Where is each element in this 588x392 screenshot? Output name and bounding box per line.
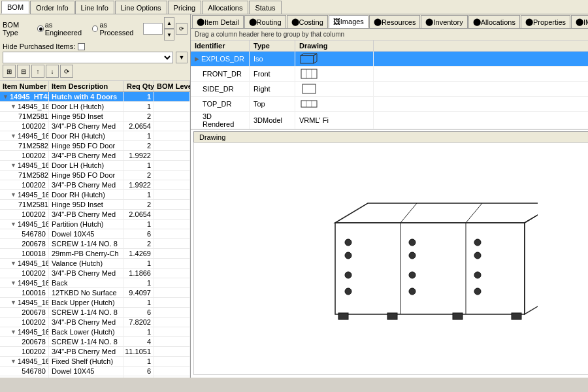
cell-lvl: [154, 210, 190, 219]
table-row[interactable]: 200678 SCREW 1-1/4 NO. 8 6: [0, 308, 190, 318]
expand-icon[interactable]: ▼: [10, 280, 16, 286]
table-row[interactable]: ▼ 14945_16392 Back 1: [0, 278, 190, 288]
images-table-header: Identifier Type Drawing: [191, 41, 588, 52]
combo-select[interactable]: [3, 52, 173, 63]
tab-allocations-r[interactable]: ⬤ Allocations: [468, 15, 520, 28]
tab-costing[interactable]: ⬤ Costing: [287, 15, 328, 28]
expand-icon[interactable]: ▼: [10, 103, 16, 110]
spinner-input[interactable]: 1: [143, 23, 163, 35]
expand-icon[interactable]: ▼: [10, 162, 16, 169]
table-row[interactable]: 100202 3/4"-PB Cherry Med 7.8202: [0, 318, 190, 327]
icon-inventory: ⬤: [425, 18, 433, 26]
cell-desc: 3/4"-PB Cherry Med: [49, 210, 124, 219]
img-table-row[interactable]: SIDE_DR Right: [191, 82, 588, 97]
cell-qty: 1: [124, 102, 154, 111]
svg-point-29: [474, 288, 481, 295]
combo-btn[interactable]: ▼: [176, 52, 188, 63]
table-row[interactable]: ▼ 14945_16388 Fixed Shelf (Hutch) 1: [0, 357, 190, 367]
tab-item-detail[interactable]: ⬤ Item Detail: [192, 15, 244, 28]
table-row[interactable]: 100202 3/4"-PB Cherry Med 6.1412: [0, 376, 190, 378]
cell-lvl: [154, 249, 190, 258]
table-row[interactable]: 546780 Dowel 10X45 6: [0, 367, 190, 376]
bom-rows: ▼ 14945_HT4815 Hutch with 4 Doors 1 ▼ 14…: [0, 92, 190, 378]
table-row[interactable]: 100202 3/4"-PB Cherry Med 1.9922: [0, 151, 190, 161]
cell-qty: 1: [124, 298, 154, 307]
bom-table[interactable]: Item Number Item Description Req Qty BOM…: [0, 81, 190, 378]
icon-images: 🖼: [333, 18, 340, 25]
hide-checkbox[interactable]: [78, 43, 85, 50]
radio-as-engineered[interactable]: as Engineered: [37, 21, 87, 37]
cell-qty: 1.9922: [124, 151, 154, 160]
table-row[interactable]: ▼ 14945_16402 Door LH (Hutch) 1: [0, 102, 190, 112]
radio-as-processed[interactable]: as Processed: [92, 21, 139, 37]
tab-line-info[interactable]: Line Info: [75, 1, 114, 14]
expand-icon[interactable]: ▼: [10, 133, 16, 139]
expand-icon[interactable]: ▼: [10, 191, 16, 198]
table-row[interactable]: 100202 3/4"-PB Cherry Med 1.9922: [0, 180, 190, 190]
spinner-up[interactable]: ▲: [164, 17, 174, 29]
table-row[interactable]: 71M2582 Hinge 95D FO Door 2: [0, 171, 190, 180]
table-row[interactable]: ▼ 14945_16400 Door LH (Hutch) 1: [0, 161, 190, 171]
cell-num: 100202: [0, 347, 49, 356]
table-row[interactable]: 100202 3/4"-PB Cherry Med 2.0654: [0, 210, 190, 220]
table-row[interactable]: 71M2582 Hinge 95D FO Door 2: [0, 141, 190, 151]
table-row[interactable]: 546780 Dowel 10X45 6: [0, 229, 190, 239]
refresh-btn[interactable]: ⟳: [176, 23, 188, 35]
table-row[interactable]: 71M2581 Hinge 95D Inset 2: [0, 112, 190, 122]
tab-resources[interactable]: ⬤ Resources: [369, 15, 421, 28]
table-row[interactable]: 100202 3/4"-PB Cherry Med 2.0654: [0, 122, 190, 131]
table-row[interactable]: ▼ 14945_16392 Valance (Hutch) 1: [0, 259, 190, 269]
col-header-desc: Item Description: [49, 81, 124, 91]
toolbar-icon-5[interactable]: ⟳: [60, 65, 73, 78]
img-table-row[interactable]: TOP_DR Top: [191, 97, 588, 112]
table-row[interactable]: 200678 SCREW 1-1/4 NO. 8 4: [0, 337, 190, 347]
expand-icon[interactable]: ▼: [10, 221, 16, 227]
expand-icon[interactable]: ▼: [3, 93, 8, 100]
toolbar-icon-2[interactable]: ⊟: [17, 65, 30, 78]
expand-icon[interactable]: ▼: [10, 358, 16, 365]
cell-num: ▼ 14945_16400: [0, 161, 49, 170]
tab-status[interactable]: Status: [249, 1, 281, 14]
tab-imos[interactable]: ⬤ IMOS: [571, 15, 588, 28]
table-row[interactable]: 100202 3/4"-PB Cherry Med 1.1866: [0, 269, 190, 278]
expand-icon[interactable]: ▼: [10, 299, 16, 306]
table-row[interactable]: ▼ 14945_16391 Back Upper (Hutch) 1: [0, 298, 190, 308]
expand-icon[interactable]: ▼: [10, 329, 16, 335]
tab-allocations[interactable]: Allocations: [202, 1, 248, 14]
img-table-row[interactable]: 3D Rendered 3DModel VRML' Fi: [191, 112, 588, 129]
tab-bom[interactable]: BOM: [1, 1, 29, 14]
table-row[interactable]: ▼ 14945_HT4815 Hutch with 4 Doors 1: [0, 92, 190, 102]
expand-icon[interactable]: ▼: [10, 260, 16, 267]
table-row[interactable]: ▼ 14945_16401 Door RH (Hutch) 1: [0, 131, 190, 141]
cell-lvl: [154, 318, 190, 327]
bom-controls: BOM Type as Engineered as Processed 1 ▲: [0, 14, 190, 81]
toolbar-icon-4[interactable]: ↓: [46, 65, 59, 78]
tab-routing[interactable]: ⬤ Routing: [244, 15, 286, 28]
table-row[interactable]: 100202 3/4"-PB Cherry Med 11.1051: [0, 347, 190, 357]
table-row[interactable]: 200678 SCREW 1-1/4 NO. 8 2: [0, 239, 190, 249]
cell-num: 100202: [0, 180, 49, 189]
spinner-down[interactable]: ▼: [164, 29, 174, 41]
table-row[interactable]: 100016 12TKBD No Surface 9.4097: [0, 288, 190, 298]
toolbar-icon-3[interactable]: ↑: [31, 65, 44, 78]
img-expand-icon[interactable]: ▶: [195, 56, 199, 62]
cell-desc: Door LH (Hutch): [49, 102, 124, 111]
svg-point-20: [345, 272, 351, 278]
table-row[interactable]: ▼ 14945_16398 Partition (Hutch) 1: [0, 220, 190, 229]
img-table-row[interactable]: ▶ EXPLOS_DR Iso: [191, 52, 588, 67]
img-table-row[interactable]: FRONT_DR Front: [191, 67, 588, 82]
tab-properties[interactable]: ⬤ Properties: [521, 15, 570, 28]
table-row[interactable]: ▼ 14945_16395 Door RH (Hutch) 1: [0, 190, 190, 200]
img-cell-id: FRONT_DR: [191, 67, 250, 81]
drawing-tab[interactable]: Drawing: [193, 131, 588, 142]
tab-pricing[interactable]: Pricing: [168, 1, 202, 14]
tab-order-info[interactable]: Order Info: [30, 1, 74, 14]
tab-images[interactable]: 🖼 Images: [329, 15, 368, 28]
table-row[interactable]: ▼ 14945_16390 Back Lower (Hutch) 1: [0, 327, 190, 337]
table-row[interactable]: 100018 29mm-PB Cherry-Ch 1.4269: [0, 249, 190, 259]
tab-line-options[interactable]: Line Options: [115, 1, 167, 14]
tab-inventory[interactable]: ⬤ Inventory: [421, 15, 467, 28]
table-row[interactable]: 71M2581 Hinge 95D Inset 2: [0, 200, 190, 210]
cell-qty: 2.0654: [124, 210, 154, 219]
toolbar-icon-1[interactable]: ⊞: [3, 65, 16, 78]
